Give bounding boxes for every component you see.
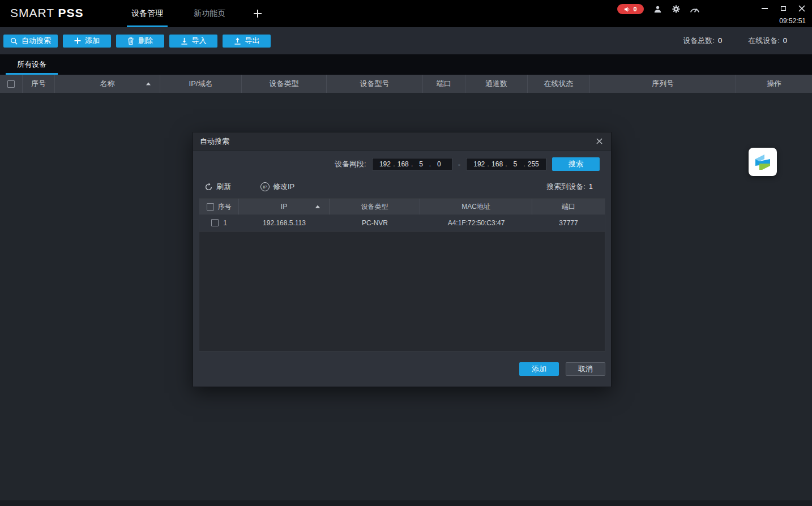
found-devices: 搜索到设备:1	[546, 182, 593, 192]
ip-start-octet-3: 5	[413, 160, 429, 168]
import-icon	[181, 37, 188, 45]
results-select-all-checkbox[interactable]	[207, 203, 214, 211]
total-devices: 设备总数:0	[683, 36, 722, 46]
plus-icon	[74, 37, 81, 44]
dialog-cancel-button[interactable]: 取消	[566, 362, 605, 376]
ip-end-octet-1: 192	[471, 160, 488, 168]
dialog-title: 自动搜索	[200, 136, 229, 147]
auto-search-dialog: 自动搜索 设备网段: 192 . 168 . 5 . 0 - 192 .	[193, 132, 612, 387]
result-port: 37777	[532, 215, 605, 231]
online-devices-value: 0	[783, 36, 787, 45]
select-all-cell	[0, 75, 23, 93]
user-button[interactable]	[652, 4, 663, 14]
online-devices-label: 在线设备:	[748, 36, 780, 45]
column-header-device-model[interactable]: 设备型号	[327, 75, 423, 93]
column-header-name-label: 名称	[100, 79, 115, 89]
ip-start-input[interactable]: 192 . 168 . 5 . 0	[372, 158, 452, 170]
title-bar: SMART PSS 设备管理 新功能页 0	[0, 0, 812, 27]
dialog-action-row: 刷新 IP 修改IP 搜索到设备:1	[193, 180, 611, 194]
column-header-name[interactable]: 名称	[55, 75, 160, 93]
column-header-ip-domain[interactable]: IP/域名	[160, 75, 242, 93]
network-segment-row: 设备网段: 192 . 168 . 5 . 0 - 192 . 168 . 5 …	[193, 157, 611, 171]
select-all-checkbox[interactable]	[7, 80, 15, 88]
gauge-icon	[690, 6, 700, 13]
system-tray: 0	[617, 4, 700, 14]
import-button[interactable]: 导入	[169, 35, 217, 48]
performance-button[interactable]	[690, 4, 700, 14]
close-icon	[596, 138, 602, 144]
speaker-icon	[624, 6, 630, 12]
tab-new-function-page-label: 新功能页	[194, 8, 225, 19]
export-label: 导出	[245, 36, 260, 46]
results-header-ip-label: IP	[281, 203, 287, 211]
refresh-icon	[204, 183, 213, 191]
device-table-header: 序号 名称 IP/域名 设备类型 设备型号 端口 通道数 在线状态 序列号 操作	[0, 75, 812, 93]
column-header-channels[interactable]: 通道数	[465, 75, 528, 93]
modify-ip-button[interactable]: IP 修改IP	[260, 182, 294, 192]
column-header-online-status[interactable]: 在线状态	[528, 75, 590, 93]
dialog-add-button[interactable]: 添加	[519, 362, 559, 376]
ip-end-input[interactable]: 192 . 168 . 5 . 255	[466, 158, 546, 170]
auto-search-button[interactable]: 自动搜索	[3, 35, 58, 48]
result-row-checkbox[interactable]	[211, 219, 219, 226]
minimize-button[interactable]	[760, 4, 769, 13]
device-tabstrip: 所有设备	[0, 54, 812, 75]
maximize-icon	[781, 6, 786, 11]
column-header-serial-number[interactable]: 序列号	[590, 75, 736, 93]
export-button[interactable]: 导出	[223, 35, 271, 48]
result-row[interactable]: 1 192.168.5.113 PC-NVR A4:1F:72:50:C3:47…	[199, 215, 605, 231]
clock: 09:52:51	[779, 17, 806, 25]
results-header-mac[interactable]: MAC地址	[420, 199, 532, 215]
column-header-port[interactable]: 端口	[423, 75, 465, 93]
alarm-badge[interactable]: 0	[617, 4, 644, 14]
search-results-table: 序号 IP 设备类型 MAC地址 端口 1 192.168.5.113 PC-N…	[199, 198, 605, 351]
add-device-button[interactable]: 添加	[63, 35, 111, 48]
result-no: 1	[223, 219, 227, 227]
results-header-port[interactable]: 端口	[532, 199, 605, 215]
smartpss-floating-logo[interactable]	[749, 148, 777, 176]
gear-icon	[672, 5, 681, 14]
results-header-no-label: 序号	[218, 202, 232, 212]
window-controls	[760, 4, 806, 13]
results-empty-area	[199, 231, 605, 351]
maximize-button[interactable]	[779, 4, 788, 13]
total-devices-value: 0	[718, 36, 722, 45]
delete-device-button[interactable]: 删除	[116, 35, 164, 48]
import-label: 导入	[192, 36, 207, 46]
results-header-ip[interactable]: IP	[239, 199, 330, 215]
app-window: SMART PSS 设备管理 新功能页 0	[0, 0, 812, 506]
result-device-type: PC-NVR	[330, 215, 420, 231]
settings-button[interactable]	[671, 4, 681, 14]
results-header-device-type[interactable]: 设备类型	[330, 199, 420, 215]
export-icon	[234, 37, 241, 45]
new-tab-button[interactable]	[250, 0, 265, 27]
refresh-label: 刷新	[216, 182, 231, 192]
brand-smart: SMART	[10, 6, 54, 19]
bottom-strip	[0, 500, 812, 506]
found-devices-label: 搜索到设备:	[546, 182, 586, 191]
range-separator: -	[458, 160, 460, 169]
add-device-label: 添加	[85, 36, 100, 46]
close-button[interactable]	[797, 4, 806, 13]
ip-start-octet-4: 0	[431, 160, 447, 168]
ip-end-octet-4: 255	[525, 160, 542, 168]
smartpss-logo-icon	[753, 152, 773, 172]
close-icon	[798, 5, 805, 12]
dialog-titlebar: 自动搜索	[193, 132, 611, 151]
ip-start-octet-1: 192	[377, 160, 394, 168]
tab-device-management[interactable]: 设备管理	[126, 0, 169, 27]
refresh-button[interactable]: 刷新	[204, 182, 231, 192]
dialog-close-button[interactable]	[594, 136, 604, 147]
device-stats: 设备总数:0 在线设备:0	[683, 36, 812, 46]
result-cell-no: 1	[199, 215, 239, 231]
trash-icon	[127, 37, 134, 45]
column-header-no[interactable]: 序号	[23, 75, 55, 93]
tab-new-function-page[interactable]: 新功能页	[188, 0, 231, 27]
modify-ip-label: 修改IP	[273, 182, 294, 192]
results-header-no: 序号	[199, 199, 239, 215]
tab-all-devices[interactable]: 所有设备	[6, 54, 58, 75]
ip-end-octet-3: 5	[507, 160, 524, 168]
app-logo: SMART PSS	[10, 6, 84, 20]
column-header-device-type[interactable]: 设备类型	[242, 75, 327, 93]
search-button[interactable]: 搜索	[552, 157, 600, 171]
